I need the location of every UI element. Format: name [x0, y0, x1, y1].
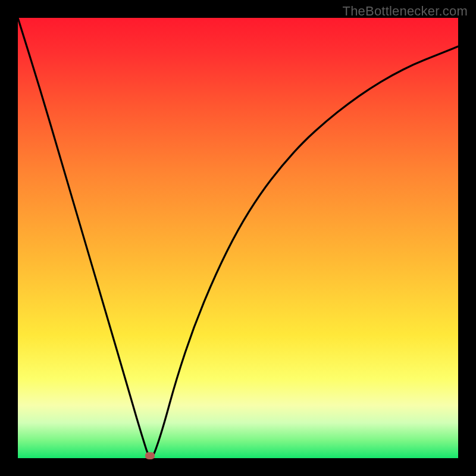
- plot-area: [18, 18, 458, 458]
- bottleneck-curve: [18, 18, 458, 456]
- curve-svg: [18, 18, 458, 458]
- watermark-text: TheBottlenecker.com: [343, 4, 468, 19]
- optimum-marker: [145, 452, 155, 459]
- chart-frame: TheBottlenecker.com: [0, 0, 476, 476]
